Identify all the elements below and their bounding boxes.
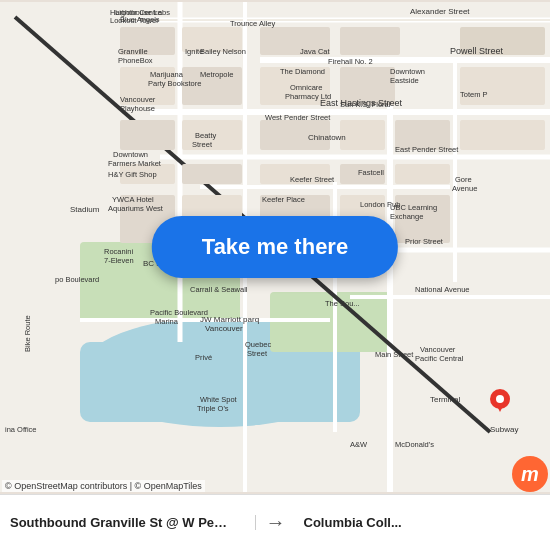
arrow-icon: → [256, 511, 296, 534]
svg-text:Firehall No. 2: Firehall No. 2 [328, 57, 373, 66]
svg-rect-40 [395, 164, 450, 184]
svg-text:Eastside: Eastside [390, 76, 419, 85]
moovit-logo: m [512, 456, 548, 492]
svg-text:Beatty: Beatty [195, 131, 217, 140]
map-attribution: © OpenStreetMap contributors | © OpenMap… [2, 480, 205, 492]
svg-text:Ignite: Ignite [185, 47, 203, 56]
svg-text:Pharmacy Ltd: Pharmacy Ltd [285, 92, 331, 101]
svg-text:Avenue: Avenue [452, 184, 477, 193]
svg-text:Privé: Privé [195, 353, 212, 362]
svg-text:A&W: A&W [350, 440, 368, 449]
svg-rect-37 [182, 164, 242, 184]
svg-text:The Diamond: The Diamond [280, 67, 325, 76]
to-station: Columbia Coll... [304, 515, 474, 530]
svg-text:Bailey Nelson: Bailey Nelson [200, 47, 246, 56]
svg-text:H&Y Gift Shop: H&Y Gift Shop [108, 170, 157, 179]
svg-text:Vancouver: Vancouver [420, 345, 456, 354]
svg-rect-23 [340, 27, 400, 55]
svg-text:7-Eleven: 7-Eleven [104, 256, 134, 265]
svg-text:West Pender Street: West Pender Street [265, 113, 331, 122]
svg-text:Downtown: Downtown [390, 67, 425, 76]
svg-text:Granville: Granville [118, 47, 148, 56]
svg-text:Terminal: Terminal [430, 395, 460, 404]
svg-text:Java Cat: Java Cat [300, 47, 331, 56]
svg-text:Aquariums West: Aquariums West [108, 204, 164, 213]
svg-text:JW Marriott parq: JW Marriott parq [200, 315, 259, 324]
svg-text:National Avenue: National Avenue [415, 285, 470, 294]
svg-text:Lighthouse Labs: Lighthouse Labs [115, 8, 170, 17]
svg-text:Marijuana: Marijuana [150, 70, 184, 79]
svg-text:Keefer Place: Keefer Place [262, 195, 305, 204]
svg-text:Metropole: Metropole [200, 70, 233, 79]
svg-text:Street: Street [247, 349, 268, 358]
svg-text:Street: Street [192, 140, 213, 149]
svg-text:Chinatown: Chinatown [308, 133, 346, 142]
svg-text:Party Bookstore: Party Bookstore [148, 79, 201, 88]
app: Powell Street East Hastings Street Alexa… [0, 0, 550, 550]
svg-text:Playhouse: Playhouse [120, 104, 155, 113]
svg-text:White Spot: White Spot [200, 395, 238, 404]
svg-text:Prior Street: Prior Street [405, 237, 444, 246]
svg-text:UBC Learning: UBC Learning [390, 203, 437, 212]
svg-text:The Sou...: The Sou... [325, 299, 360, 308]
svg-text:Trounce Alley: Trounce Alley [230, 19, 275, 28]
svg-text:Vancouver: Vancouver [205, 324, 243, 333]
svg-text:Omnicare: Omnicare [290, 83, 323, 92]
map-container: Powell Street East Hastings Street Alexa… [0, 0, 550, 494]
svg-text:YWCA Hotel: YWCA Hotel [112, 195, 154, 204]
svg-text:Stadium: Stadium [70, 205, 100, 214]
svg-rect-33 [340, 120, 385, 150]
svg-text:Carrall & Seawall: Carrall & Seawall [190, 285, 248, 294]
svg-text:PhoneBox: PhoneBox [118, 56, 153, 65]
svg-text:Vancouver: Vancouver [120, 95, 156, 104]
svg-text:Keefer Street: Keefer Street [290, 175, 335, 184]
svg-text:McDonald's: McDonald's [395, 440, 434, 449]
svg-text:Rocanini: Rocanini [104, 247, 134, 256]
svg-text:Quebec: Quebec [245, 340, 272, 349]
from-station: Southbound Granville St @ W Pen... [10, 515, 230, 530]
bottom-bar: Southbound Granville St @ W Pen... → Col… [0, 494, 550, 550]
take-me-there-button[interactable]: Take me there [152, 216, 398, 278]
svg-text:Subway: Subway [490, 425, 518, 434]
svg-text:Totem P: Totem P [460, 90, 488, 99]
svg-text:Marina: Marina [155, 317, 179, 326]
svg-text:po Boulevard: po Boulevard [55, 275, 99, 284]
svg-text:ina Office: ina Office [5, 425, 37, 434]
svg-text:Downtown: Downtown [113, 150, 148, 159]
svg-text:Sun K.S. Floral: Sun K.S. Floral [340, 100, 391, 109]
svg-text:Farmers Market: Farmers Market [108, 159, 162, 168]
svg-text:Gore: Gore [455, 175, 472, 184]
svg-text:Exchange: Exchange [390, 212, 423, 221]
svg-rect-29 [460, 67, 545, 105]
svg-point-123 [496, 395, 504, 403]
moovit-m-icon: m [512, 456, 548, 492]
svg-text:Pacific Central: Pacific Central [415, 354, 464, 363]
svg-text:Bike Route: Bike Route [23, 315, 32, 352]
bottom-to: Columbia Coll... [296, 515, 541, 530]
svg-text:Main Street: Main Street [375, 350, 414, 359]
svg-text:Fastcell: Fastcell [358, 168, 384, 177]
bottom-from: Southbound Granville St @ W Pen... [10, 515, 256, 530]
svg-text:East Pender Street: East Pender Street [395, 145, 459, 154]
svg-text:Triple O's: Triple O's [197, 404, 229, 413]
svg-rect-30 [120, 120, 175, 150]
svg-rect-35 [460, 120, 545, 150]
svg-text:Alexander Street: Alexander Street [410, 7, 470, 16]
svg-text:Powell Street: Powell Street [450, 46, 504, 56]
